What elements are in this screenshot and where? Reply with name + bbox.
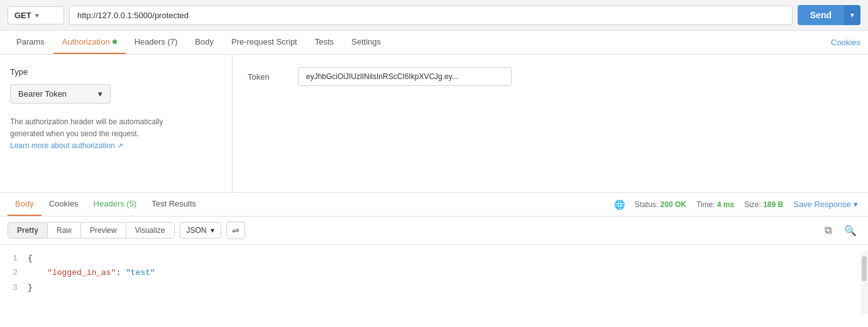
save-response-chevron-icon: ▾ (854, 200, 858, 209)
time-value: 4 ms (717, 200, 734, 209)
auth-left-panel: Type Bearer Token ▾ The authorization he… (0, 55, 233, 192)
auth-panel: Type Bearer Token ▾ The authorization he… (0, 55, 868, 193)
auth-type-dropdown[interactable]: Bearer Token ▾ (10, 84, 111, 104)
status-item: Status: 200 OK (635, 200, 686, 209)
resp-tab-headers[interactable]: Headers (5) (86, 193, 145, 216)
token-row: Token (248, 67, 853, 86)
tab-prerequest[interactable]: Pre-request Script (222, 31, 306, 54)
token-label: Token (248, 72, 285, 82)
line-number: 1 (0, 251, 18, 265)
auth-note-line1: The authorization header will be automat… (10, 117, 163, 126)
copy-button[interactable]: ⧉ (821, 222, 835, 239)
cookies-link[interactable]: Cookies (831, 31, 860, 53)
tab-settings[interactable]: Settings (343, 31, 390, 54)
scroll-thumb[interactable] (862, 256, 867, 281)
tab-params[interactable]: Params (8, 31, 53, 54)
format-raw-button[interactable]: Raw (48, 223, 81, 238)
method-chevron-icon: ▾ (35, 12, 38, 19)
code-line-2: "logged_in_as": "test" (28, 265, 860, 280)
wrap-button[interactable]: ⇌ (226, 222, 245, 239)
line-number: 3 (0, 281, 18, 295)
resp-tab-cookies[interactable]: Cookies (41, 193, 86, 216)
auth-type-value: Bearer Token (18, 89, 67, 99)
auth-right-panel: Token (233, 55, 868, 192)
method-label: GET (14, 11, 31, 20)
line-number: 2 (0, 265, 18, 280)
time-item: Time: 4 ms (696, 200, 734, 209)
send-dropdown-button[interactable]: ▾ (844, 5, 860, 25)
globe-icon: 🌐 (614, 200, 625, 210)
response-tab-bar: Body Cookies Headers (5) Test Results 🌐 … (0, 193, 868, 217)
url-input[interactable] (69, 6, 793, 25)
request-tab-bar: Params Authorization Headers (7) Body Pr… (0, 31, 868, 55)
status-value: 200 OK (661, 200, 686, 209)
tab-authorization[interactable]: Authorization (53, 31, 126, 54)
response-status-bar: 🌐 Status: 200 OK Time: 4 ms Size: 189 B … (614, 200, 860, 210)
send-button-group: Send ▾ (798, 5, 860, 25)
learn-more-link[interactable]: Learn more about authorization ↗ (10, 141, 123, 150)
size-value: 189 B (763, 200, 783, 209)
resp-tab-body[interactable]: Body (8, 193, 41, 216)
code-content[interactable]: { "logged_in_as": "test" } (25, 251, 860, 314)
auth-type-label: Type (10, 67, 222, 77)
response-toolbar: Pretty Raw Preview Visualize JSON ▾ ⇌ ⧉ … (0, 217, 868, 245)
format-type-label: JSON (187, 226, 207, 235)
top-bar: GET ▾ Send ▾ (0, 0, 868, 31)
auth-note: The authorization header will be automat… (10, 116, 222, 153)
code-line-3: } (28, 281, 860, 295)
resp-tab-test-results[interactable]: Test Results (144, 193, 204, 216)
format-type-dropdown[interactable]: JSON ▾ (180, 222, 221, 239)
auth-note-line2: generated when you send the request. (10, 129, 139, 138)
save-response-button[interactable]: Save Response ▾ (793, 200, 858, 209)
code-area: 1 2 3 { "logged_in_as": "test" } (0, 245, 868, 320)
tab-body[interactable]: Body (186, 31, 222, 54)
method-dropdown[interactable]: GET ▾ (8, 6, 64, 24)
tab-tests[interactable]: Tests (306, 31, 343, 54)
scrollbar[interactable] (860, 251, 868, 314)
authorization-dot-icon (113, 40, 117, 44)
format-button-group: Pretty Raw Preview Visualize (8, 222, 175, 239)
size-item: Size: 189 B (744, 200, 783, 209)
format-preview-button[interactable]: Preview (81, 223, 126, 238)
search-button[interactable]: 🔍 (840, 222, 860, 239)
response-panel: Body Cookies Headers (5) Test Results 🌐 … (0, 193, 868, 320)
auth-type-chevron-icon: ▾ (98, 89, 102, 99)
format-pretty-button[interactable]: Pretty (8, 223, 48, 238)
code-line-1: { (28, 251, 860, 265)
token-input[interactable] (298, 67, 512, 86)
line-numbers: 1 2 3 (0, 251, 25, 314)
format-visualize-button[interactable]: Visualize (126, 223, 174, 238)
send-button[interactable]: Send (798, 5, 844, 25)
format-type-chevron-icon: ▾ (211, 226, 214, 235)
tab-headers[interactable]: Headers (7) (126, 31, 187, 54)
